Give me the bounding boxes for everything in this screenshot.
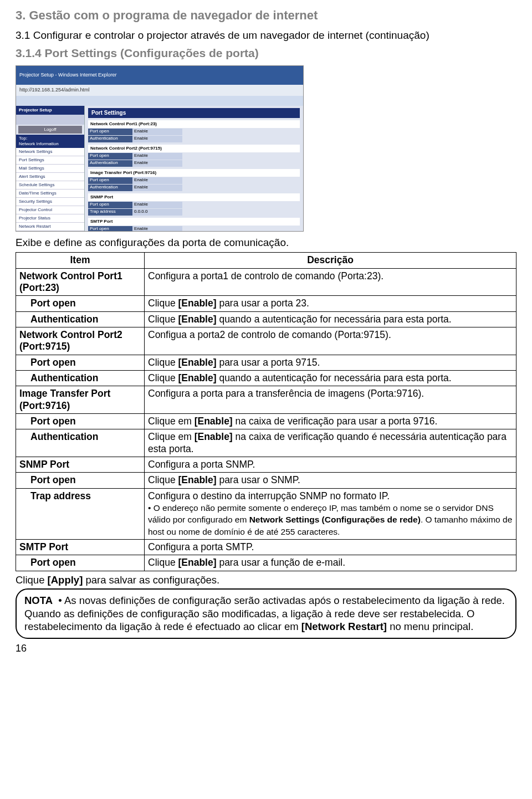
table-row: SNMP PortConfigura a porta SNMP. [16,457,516,473]
panel-row-label: Port open [88,177,132,184]
table-item: Network Control Port1 (Port:23) [16,268,145,296]
intro-text: Exibe e define as configurações da porta… [16,236,516,249]
table-row: SMTP PortConfigura a porta SMTP. [16,540,516,555]
table-item: Trap address [16,488,145,539]
sidebar-link: Projector Control [16,206,84,214]
panel-group-label: SNMP Port [88,193,300,201]
table-item: Image Transfer Port (Port:9716) [16,386,145,414]
panel-row-label: Authentication [88,136,132,142]
table-item: Port open [16,355,145,370]
table-desc: Clique [Enable] para usar a função de e-… [145,555,516,571]
screenshot-sidebar: Projector Setup Logoff Top: Network Info… [16,106,85,231]
table-desc: Clique [Enable] quando a autenticação fo… [145,311,516,327]
table-desc: Clique [Enable] quando a autenticação fo… [145,371,516,386]
table-item: SNMP Port [16,457,145,473]
table-desc: Configua a porta2 de controlo de comando… [145,327,516,355]
panel-group-label: Network Control Port2 (Port:9715) [88,145,300,152]
panel-row-label: Port open [88,226,132,231]
table-desc: Configura a porta SMTP. [145,540,516,555]
sidebar-logoff: Logoff [18,126,82,134]
table-row: Port openClique [Enable] para usar o SNM… [16,473,516,488]
table-row: Port openClique [Enable] para usar a por… [16,355,516,370]
table-item: Network Control Port2 (Port:9715) [16,327,145,355]
table-desc: Clique em [Enable] na caixa de verificaç… [145,429,516,457]
sidebar-top: Top: [19,136,27,141]
table-row: Network Control Port1 (Port:23)Configura… [16,268,516,296]
panel-row-value: Enable [132,226,182,231]
table-item: SMTP Port [16,540,145,555]
address-bar: http://192.168.1.254/admin.html [19,87,90,93]
sidebar-brand: Projector Setup [16,106,84,115]
page-number: 16 [16,642,516,655]
table-row: Image Transfer Port (Port:9716)Configura… [16,386,516,414]
embedded-screenshot: Projector Setup - Windows Internet Explo… [16,65,304,232]
table-item: Authentication [16,429,145,457]
table-desc: Clique [Enable] para usar a porta 9715. [145,355,516,370]
sidebar-netinfo: Network Information [19,141,59,146]
table-item: Port open [16,473,145,488]
table-item: Port open [16,414,145,429]
table-head-item: Item [16,253,145,268]
screenshot-main: Port Settings Network Control Port1 (Por… [85,106,303,231]
panel-row-value: Enable [132,136,182,142]
sidebar-link: Schedule Settings [16,181,84,189]
nota-box: NOTA • As novas definições de configuraç… [16,588,516,639]
sidebar-link: Date/Time Settings [16,189,84,198]
table-row: Port openClique [Enable] para usar a por… [16,296,516,311]
table-desc: Clique em [Enable] na caixa de verificaç… [145,414,516,429]
table-row: AuthenticationClique [Enable] quando a a… [16,311,516,327]
panel-row-label: Authentication [88,185,132,191]
section-subtitle: 3.1 Configurar e controlar o projector a… [16,29,516,42]
table-desc: Configura o destino da interrupção SNMP … [145,488,516,539]
panel-row-value: Enable [132,129,182,135]
panel-row-value: Enable [132,177,182,184]
table-desc: Configura a porta SNMP. [145,457,516,473]
panel-row-value: Enable [132,160,182,167]
sidebar-link: Port Settings [16,156,84,165]
table-item: Port open [16,555,145,571]
panel-row-value: 0.0.0.0 [132,209,182,216]
table-desc: Configura a porta1 de controlo de comand… [145,268,516,296]
table-row: Trap addressConfigura o destino da inter… [16,488,516,539]
apply-line: Clique [Apply] para salvar as configuraç… [16,573,516,586]
sidebar-link: Mail Settings [16,165,84,173]
panel-title: Port Settings [88,108,300,119]
sidebar-link: Network Restart [16,223,84,231]
window-title: Projector Setup - Windows Internet Explo… [19,72,117,78]
panel-row-value: Enable [132,185,182,191]
sidebar-link: Alert Settings [16,173,84,181]
panel-row-label: Authentication [88,160,132,167]
table-row: Port openClique [Enable] para usar a fun… [16,555,516,571]
panel-row-label: Port open [88,129,132,135]
table-head-desc: Descrição [145,253,516,268]
table-desc: Clique [Enable] para usar o SNMP. [145,473,516,488]
table-row: Port openClique em [Enable] na caixa de … [16,414,516,429]
table-item: Port open [16,296,145,311]
panel-row-label: Port open [88,202,132,208]
chapter-title: 3. Gestão com o programa de navegador de… [16,8,516,23]
panel-row-value: Enable [132,202,182,208]
sidebar-link: Projector Status [16,214,84,223]
table-desc: Configura a porta para a transferência d… [145,386,516,414]
sidebar-link: Network Settings [16,148,84,156]
panel-row-label: Trap address [88,209,132,216]
table-row: AuthenticationClique [Enable] quando a a… [16,371,516,386]
panel-row-label: Port open [88,153,132,160]
table-row: AuthenticationClique em [Enable] na caix… [16,429,516,457]
description-table: Item Descrição Network Control Port1 (Po… [16,252,516,571]
table-desc: Clique [Enable] para usar a porta 23. [145,296,516,311]
table-item: Authentication [16,311,145,327]
panel-row-value: Enable [132,153,182,160]
sidebar-link: Security Settings [16,198,84,206]
panel-group-label: Network Control Port1 (Port:23) [88,120,300,128]
panel-group-label: SMTP Port [88,218,300,226]
table-row: Network Control Port2 (Port:9715)Configu… [16,327,516,355]
table-item: Authentication [16,371,145,386]
section-heading: 3.1.4 Port Settings (Configurações de po… [16,46,516,60]
panel-group-label: Image Transfer Port (Port:9716) [88,169,300,177]
